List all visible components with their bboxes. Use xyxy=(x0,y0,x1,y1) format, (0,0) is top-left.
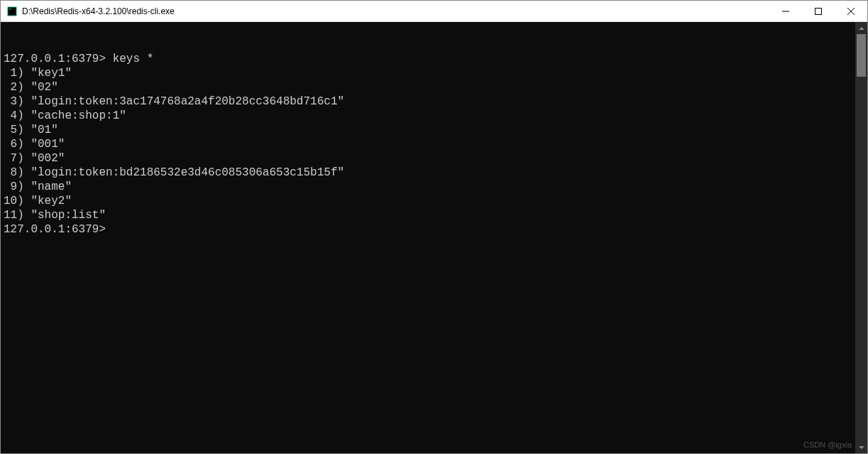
titlebar[interactable]: D:\Redis\Redis-x64-3.2.100\redis-cli.exe xyxy=(1,1,867,22)
maximize-button[interactable] xyxy=(802,1,835,21)
terminal-output[interactable]: 127.0.0.1:6379> keys * 1) "key1" 2) "02"… xyxy=(1,22,855,453)
result-line: 6) "001" xyxy=(4,137,852,151)
command-text: keys * xyxy=(113,53,154,65)
terminal-wrapper: 127.0.0.1:6379> keys * 1) "key1" 2) "02"… xyxy=(1,22,867,453)
vertical-scrollbar[interactable] xyxy=(855,22,867,453)
window-title: D:\Redis\Redis-x64-3.2.100\redis-cli.exe xyxy=(22,6,769,16)
result-line: 9) "name" xyxy=(4,180,852,194)
scroll-down-button[interactable] xyxy=(855,441,867,453)
result-line: 2) "02" xyxy=(4,80,852,94)
svg-rect-3 xyxy=(815,8,822,14)
close-button[interactable] xyxy=(835,1,867,21)
result-line: 1) "key1" xyxy=(4,66,852,80)
result-line: 7) "002" xyxy=(4,151,852,166)
result-line: 5) "01" xyxy=(4,123,852,137)
scroll-up-button[interactable] xyxy=(855,22,867,34)
prompt-text: 127.0.0.1:6379> xyxy=(4,53,106,65)
result-line: 10) "key2" xyxy=(4,194,852,208)
current-prompt: 127.0.0.1:6379> xyxy=(4,223,106,236)
app-icon xyxy=(6,6,18,17)
result-line: 11) "shop:list" xyxy=(4,208,852,222)
window-controls xyxy=(769,1,867,21)
console-window: D:\Redis\Redis-x64-3.2.100\redis-cli.exe… xyxy=(0,0,868,454)
svg-rect-1 xyxy=(9,9,11,10)
scroll-thumb[interactable] xyxy=(857,34,866,77)
svg-rect-0 xyxy=(8,7,16,16)
result-line: 3) "login:token:3ac174768a2a4f20b28cc364… xyxy=(4,94,852,109)
minimize-button[interactable] xyxy=(769,1,802,21)
result-line: 4) "cache:shop:1" xyxy=(4,109,852,123)
result-line: 8) "login:token:bd2186532e3d46c085306a65… xyxy=(4,166,852,180)
